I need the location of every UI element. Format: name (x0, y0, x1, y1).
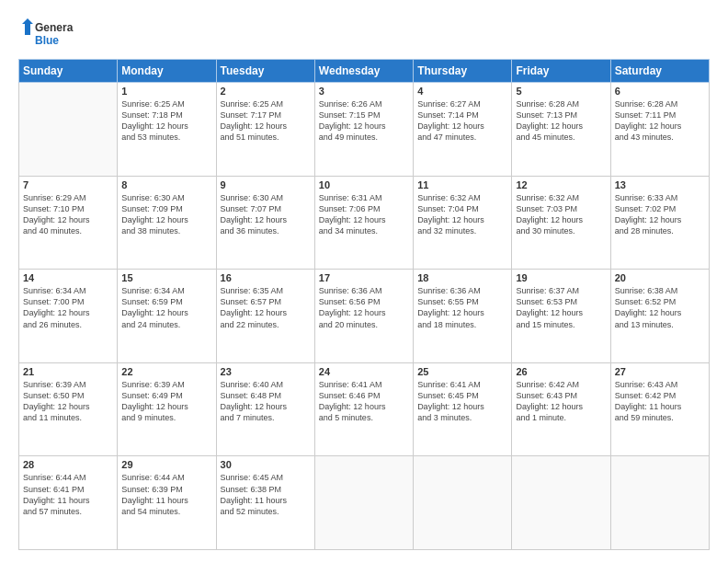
day-info: Sunrise: 6:32 AMSunset: 7:03 PMDaylight:… (516, 192, 606, 237)
day-info: Sunrise: 6:40 AMSunset: 6:48 PMDaylight:… (221, 379, 311, 424)
day-info: Sunrise: 6:42 AMSunset: 6:43 PMDaylight:… (516, 379, 606, 424)
day-number: 30 (221, 459, 311, 470)
day-info: Sunrise: 6:39 AMSunset: 6:50 PMDaylight:… (23, 379, 113, 424)
calendar-cell (414, 456, 512, 550)
day-number: 1 (121, 86, 211, 97)
day-number: 8 (121, 179, 211, 190)
calendar-table: SundayMondayTuesdayWednesdayThursdayFrid… (18, 59, 710, 550)
day-info: Sunrise: 6:25 AMSunset: 7:17 PMDaylight:… (221, 98, 311, 144)
svg-text:Blue: Blue (35, 34, 59, 47)
day-number: 28 (23, 459, 113, 470)
calendar-cell: 22Sunrise: 6:39 AMSunset: 6:49 PMDayligh… (118, 362, 216, 456)
calendar-cell (19, 83, 118, 177)
day-number: 20 (615, 272, 705, 283)
day-info: Sunrise: 6:37 AMSunset: 6:53 PMDaylight:… (516, 285, 606, 330)
calendar-cell: 17Sunrise: 6:36 AMSunset: 6:56 PMDayligh… (314, 270, 413, 363)
calendar-cell: 20Sunrise: 6:38 AMSunset: 6:52 PMDayligh… (610, 270, 709, 363)
day-number: 4 (417, 86, 507, 97)
day-number: 16 (221, 272, 311, 283)
calendar-cell: 4Sunrise: 6:27 AMSunset: 7:14 PMDaylight… (414, 83, 512, 177)
day-number: 21 (23, 366, 113, 377)
col-header-thursday: Thursday (414, 60, 512, 83)
day-info: Sunrise: 6:43 AMSunset: 6:42 PMDaylight:… (615, 379, 705, 424)
day-number: 19 (516, 272, 606, 283)
calendar-cell: 3Sunrise: 6:26 AMSunset: 7:15 PMDaylight… (314, 83, 413, 177)
calendar-cell (512, 456, 610, 550)
day-number: 5 (516, 86, 606, 97)
header: General Blue (18, 17, 710, 50)
calendar-cell: 10Sunrise: 6:31 AMSunset: 7:06 PMDayligh… (314, 176, 413, 270)
day-info: Sunrise: 6:38 AMSunset: 6:52 PMDaylight:… (615, 285, 705, 330)
col-header-tuesday: Tuesday (216, 60, 314, 83)
day-number: 3 (319, 86, 409, 97)
calendar-cell: 5Sunrise: 6:28 AMSunset: 7:13 PMDaylight… (512, 83, 610, 177)
calendar-week-row: 14Sunrise: 6:34 AMSunset: 7:00 PMDayligh… (19, 270, 710, 363)
calendar-cell: 29Sunrise: 6:44 AMSunset: 6:39 PMDayligh… (118, 456, 216, 550)
day-number: 26 (516, 366, 606, 377)
calendar-cell: 24Sunrise: 6:41 AMSunset: 6:46 PMDayligh… (314, 362, 413, 456)
calendar-cell: 2Sunrise: 6:25 AMSunset: 7:17 PMDaylight… (216, 83, 314, 177)
day-info: Sunrise: 6:39 AMSunset: 6:49 PMDaylight:… (121, 379, 211, 424)
day-info: Sunrise: 6:35 AMSunset: 6:57 PMDaylight:… (221, 285, 311, 330)
calendar-cell: 27Sunrise: 6:43 AMSunset: 6:42 PMDayligh… (610, 362, 709, 456)
day-number: 27 (615, 366, 705, 377)
svg-text:General: General (35, 21, 74, 34)
day-info: Sunrise: 6:27 AMSunset: 7:14 PMDaylight:… (417, 98, 507, 144)
calendar-cell: 9Sunrise: 6:30 AMSunset: 7:07 PMDaylight… (216, 176, 314, 270)
day-info: Sunrise: 6:30 AMSunset: 7:09 PMDaylight:… (121, 192, 211, 237)
col-header-friday: Friday (512, 60, 610, 83)
day-info: Sunrise: 6:44 AMSunset: 6:41 PMDaylight:… (23, 472, 113, 517)
calendar-cell: 23Sunrise: 6:40 AMSunset: 6:48 PMDayligh… (216, 362, 314, 456)
day-info: Sunrise: 6:25 AMSunset: 7:18 PMDaylight:… (121, 98, 211, 144)
col-header-saturday: Saturday (610, 60, 709, 83)
calendar-cell: 13Sunrise: 6:33 AMSunset: 7:02 PMDayligh… (610, 176, 709, 270)
day-info: Sunrise: 6:26 AMSunset: 7:15 PMDaylight:… (319, 98, 409, 144)
col-header-monday: Monday (118, 60, 216, 83)
day-info: Sunrise: 6:30 AMSunset: 7:07 PMDaylight:… (221, 192, 311, 237)
calendar-cell: 18Sunrise: 6:36 AMSunset: 6:55 PMDayligh… (414, 270, 512, 363)
day-number: 29 (121, 459, 211, 470)
calendar-cell: 6Sunrise: 6:28 AMSunset: 7:11 PMDaylight… (610, 83, 709, 177)
day-info: Sunrise: 6:28 AMSunset: 7:11 PMDaylight:… (615, 98, 705, 144)
day-info: Sunrise: 6:33 AMSunset: 7:02 PMDaylight:… (615, 192, 705, 237)
day-number: 12 (516, 179, 606, 190)
day-info: Sunrise: 6:32 AMSunset: 7:04 PMDaylight:… (417, 192, 507, 237)
day-info: Sunrise: 6:36 AMSunset: 6:55 PMDaylight:… (417, 285, 507, 330)
day-number: 25 (417, 366, 507, 377)
calendar-cell: 15Sunrise: 6:34 AMSunset: 6:59 PMDayligh… (118, 270, 216, 363)
day-info: Sunrise: 6:36 AMSunset: 6:56 PMDaylight:… (319, 285, 409, 330)
day-number: 11 (417, 179, 507, 190)
day-number: 18 (417, 272, 507, 283)
day-info: Sunrise: 6:45 AMSunset: 6:38 PMDaylight:… (221, 472, 311, 517)
day-number: 17 (319, 272, 409, 283)
col-header-sunday: Sunday (19, 60, 118, 83)
logo: General Blue (18, 17, 74, 50)
day-number: 2 (221, 86, 311, 97)
calendar-cell: 16Sunrise: 6:35 AMSunset: 6:57 PMDayligh… (216, 270, 314, 363)
day-number: 22 (121, 366, 211, 377)
day-number: 15 (121, 272, 211, 283)
day-number: 6 (615, 86, 705, 97)
day-number: 10 (319, 179, 409, 190)
day-info: Sunrise: 6:44 AMSunset: 6:39 PMDaylight:… (121, 472, 211, 517)
calendar-week-row: 28Sunrise: 6:44 AMSunset: 6:41 PMDayligh… (19, 456, 710, 550)
calendar-cell: 25Sunrise: 6:41 AMSunset: 6:45 PMDayligh… (414, 362, 512, 456)
calendar-cell: 19Sunrise: 6:37 AMSunset: 6:53 PMDayligh… (512, 270, 610, 363)
day-number: 9 (221, 179, 311, 190)
calendar-cell: 1Sunrise: 6:25 AMSunset: 7:18 PMDaylight… (118, 83, 216, 177)
calendar-cell: 8Sunrise: 6:30 AMSunset: 7:09 PMDaylight… (118, 176, 216, 270)
day-info: Sunrise: 6:29 AMSunset: 7:10 PMDaylight:… (23, 192, 113, 237)
calendar-header-row: SundayMondayTuesdayWednesdayThursdayFrid… (19, 60, 710, 83)
calendar-cell: 21Sunrise: 6:39 AMSunset: 6:50 PMDayligh… (19, 362, 118, 456)
day-number: 14 (23, 272, 113, 283)
calendar-cell (314, 456, 413, 550)
day-info: Sunrise: 6:41 AMSunset: 6:45 PMDaylight:… (417, 379, 507, 424)
day-info: Sunrise: 6:41 AMSunset: 6:46 PMDaylight:… (319, 379, 409, 424)
calendar-cell (610, 456, 709, 550)
calendar-cell: 11Sunrise: 6:32 AMSunset: 7:04 PMDayligh… (414, 176, 512, 270)
calendar-week-row: 21Sunrise: 6:39 AMSunset: 6:50 PMDayligh… (19, 362, 710, 456)
day-info: Sunrise: 6:34 AMSunset: 6:59 PMDaylight:… (121, 285, 211, 330)
svg-marker-2 (22, 18, 33, 35)
day-number: 23 (221, 366, 311, 377)
calendar-cell: 30Sunrise: 6:45 AMSunset: 6:38 PMDayligh… (216, 456, 314, 550)
